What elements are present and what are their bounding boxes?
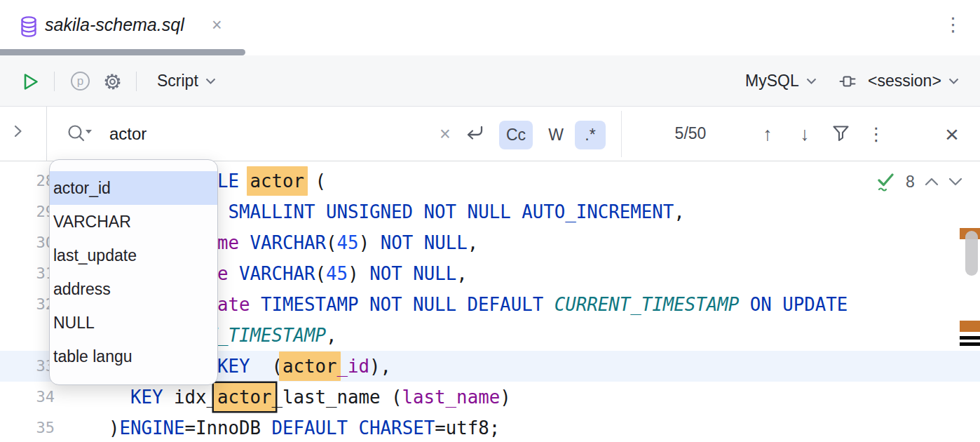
code-segment: =	[185, 417, 196, 438]
code-segment: )	[348, 263, 369, 284]
chevron-down-icon	[205, 78, 216, 85]
previous-match-icon[interactable]: ↑	[756, 121, 780, 147]
next-match-icon[interactable]: ↓	[793, 121, 817, 147]
completion-item[interactable]: address	[50, 272, 217, 306]
code-segment	[217, 201, 229, 222]
toolbar-divider	[136, 72, 137, 91]
completion-item[interactable]: actor_id	[50, 171, 217, 205]
filter-icon[interactable]	[831, 124, 850, 143]
match-counter: 5/50	[658, 107, 723, 161]
code-segment: =utf8;	[435, 417, 500, 438]
chevron-down-icon	[806, 78, 817, 85]
completion-item[interactable]: table langu	[50, 340, 217, 373]
run-toolbar: p Script MySQL	[0, 55, 980, 107]
code-segment: (	[304, 170, 326, 192]
code-segment: actor	[214, 383, 275, 411]
prev-problem-chevron-icon[interactable]	[925, 178, 939, 186]
code-segment	[250, 294, 261, 315]
code-segment: )	[500, 387, 511, 408]
profiler-button[interactable]: p	[71, 72, 90, 91]
code-segment: 45	[337, 232, 359, 253]
ide-window: sakila-schema.sql × ⋮ p Script My	[0, 0, 980, 442]
new-line-icon[interactable]	[463, 123, 486, 145]
code-segment: NOT NULL	[381, 232, 468, 253]
code-line: last_update TIMESTAMP NOT NULL DEFAULT C…	[109, 289, 848, 320]
editor-tab-bar: sakila-schema.sql × ⋮	[0, 0, 980, 49]
find-bar: × CcW.* 5/50 ↑ ↓ ⋮ ×	[0, 107, 980, 161]
search-divider	[46, 107, 47, 161]
scrollbar-thumb[interactable]	[965, 231, 978, 276]
code-segment	[239, 232, 250, 253]
inspections-widget[interactable]: 8	[876, 171, 962, 192]
code-segment: TIMESTAMP NOT NULL DEFAULT	[261, 294, 554, 315]
line-number	[0, 320, 55, 351]
clear-search-icon[interactable]: ×	[435, 123, 456, 145]
code-segment: ,	[468, 232, 479, 253]
search-more-options-icon[interactable]: ⋮	[869, 122, 883, 146]
line-number: 30	[0, 227, 55, 258]
tab-close-button[interactable]: ×	[212, 0, 222, 49]
profiler-letter: p	[77, 74, 83, 88]
code-segment: VARCHAR	[250, 232, 327, 253]
line-number: 33	[0, 351, 55, 382]
more-options-icon[interactable]: ⋮	[944, 0, 962, 49]
search-input[interactable]	[109, 119, 418, 149]
session-label: <session>	[868, 72, 941, 91]
line-number: 29	[0, 196, 55, 227]
tab-title[interactable]: sakila-schema.sql	[45, 0, 184, 49]
code-segment	[739, 294, 750, 315]
script-run-config-dropdown[interactable]: Script	[157, 55, 216, 107]
code-segment: last_name	[402, 387, 501, 408]
match-case-toggle[interactable]: Cc	[499, 121, 533, 149]
code-segment: ,	[456, 263, 468, 284]
code-segment	[109, 387, 130, 408]
code-segment: idx_	[163, 387, 218, 408]
code-segment: (	[326, 232, 337, 253]
line-number: 35	[0, 413, 55, 442]
code-segment: )	[359, 232, 381, 253]
code-segment: _id	[337, 356, 370, 377]
code-segment: CURRENT_TIMESTAMP	[554, 294, 740, 315]
next-problem-chevron-icon[interactable]	[948, 178, 962, 186]
search-icon[interactable]	[67, 123, 93, 145]
completion-popup: actor_idVARCHARlast_updateaddressNULLtab…	[49, 159, 218, 385]
code-line: )ENGINE=InnoDB DEFAULT CHARSET=utf8;	[109, 413, 500, 442]
code-segment: (	[250, 356, 283, 377]
completion-item[interactable]: VARCHAR	[50, 205, 217, 239]
database-file-icon	[18, 15, 39, 38]
code-segment: NOT NULL	[369, 263, 456, 284]
code-segment: )	[109, 417, 120, 438]
collapse-chevron-icon[interactable]	[14, 125, 22, 138]
scroll-mark-caret[interactable]	[960, 336, 980, 340]
words-toggle[interactable]: W	[540, 121, 572, 149]
scroll-mark-caret[interactable]	[960, 342, 980, 346]
code-segment: ),	[369, 356, 391, 377]
run-button[interactable]	[20, 72, 40, 92]
code-segment: ,	[326, 325, 337, 346]
completion-item[interactable]: NULL	[50, 306, 217, 340]
session-dropdown[interactable]: <session>	[838, 55, 959, 107]
line-number: 28	[0, 166, 55, 196]
completion-item[interactable]: last_update	[50, 239, 217, 272]
inspection-count: 8	[906, 173, 915, 192]
code-segment: ON UPDATE	[750, 294, 848, 315]
close-search-icon[interactable]: ×	[939, 119, 965, 149]
regex-toggle[interactable]: .*	[575, 121, 606, 149]
search-divider	[621, 111, 622, 157]
script-dropdown-label: Script	[157, 72, 198, 91]
code-segment: actor	[247, 166, 308, 196]
plug-icon	[838, 73, 861, 90]
code-segment: ,	[674, 201, 685, 222]
code-line: KEY idx_actor_last_name (last_name)	[109, 382, 511, 413]
code-segment: DEFAULT CHARSET	[272, 417, 435, 438]
code-segment: VARCHAR	[239, 263, 315, 284]
settings-gear-icon[interactable]	[102, 71, 123, 93]
inspection-check-icon	[876, 171, 896, 192]
dialect-dropdown[interactable]: MySQL	[745, 55, 817, 107]
code-segment: InnoDB	[196, 417, 272, 438]
dialect-label: MySQL	[745, 72, 799, 91]
code-segment: ENGINE	[120, 417, 185, 438]
line-number: 34	[0, 382, 55, 413]
scroll-mark-warning[interactable]	[960, 321, 980, 332]
code-segment: 45	[326, 263, 348, 284]
